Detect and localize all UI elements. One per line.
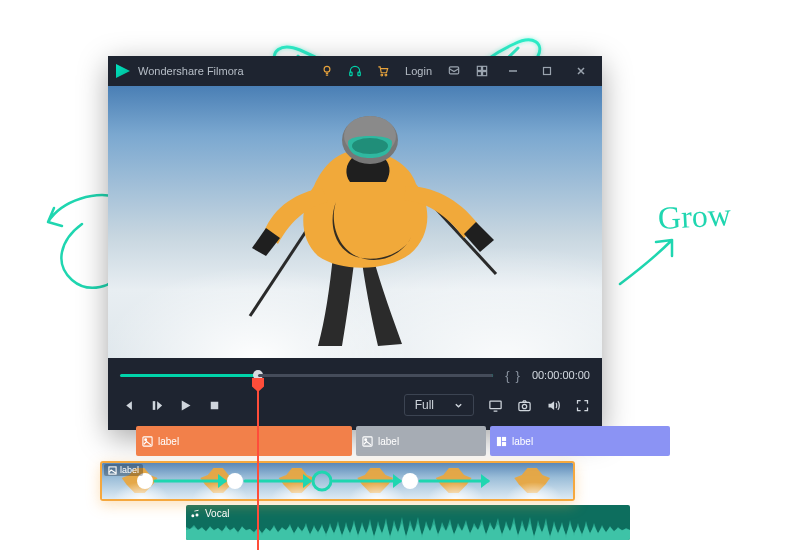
svg-point-22 [145, 438, 147, 440]
mark-in-button[interactable]: { [505, 368, 509, 383]
timeline-video-track[interactable] [100, 461, 575, 501]
svg-rect-25 [497, 436, 501, 445]
image-icon [142, 436, 153, 447]
svg-rect-2 [358, 72, 360, 76]
chevron-down-icon [454, 401, 463, 410]
svg-rect-17 [211, 401, 219, 409]
timeline-clips-row: label label label [136, 426, 676, 460]
arrow-doodle-right [614, 232, 684, 292]
fullscreen-button[interactable] [575, 398, 590, 413]
svg-rect-27 [502, 441, 506, 445]
svg-point-0 [324, 66, 330, 72]
svg-point-24 [365, 438, 367, 440]
preview-viewport [108, 86, 602, 358]
cart-icon[interactable] [373, 61, 393, 81]
svg-rect-5 [449, 67, 458, 74]
mark-out-button[interactable]: } [516, 368, 520, 383]
headphones-icon[interactable] [345, 61, 365, 81]
svg-rect-6 [477, 66, 481, 70]
app-logo-icon [116, 64, 130, 78]
svg-rect-9 [483, 72, 487, 76]
quality-select[interactable]: Full [404, 394, 474, 416]
play-button[interactable] [178, 398, 193, 413]
svg-rect-18 [490, 401, 501, 409]
clip-label: label [512, 436, 533, 447]
grow-label: Grow [657, 196, 732, 237]
svg-rect-26 [502, 436, 506, 440]
svg-rect-19 [519, 402, 530, 410]
image-icon [362, 436, 373, 447]
snapshot-button[interactable] [517, 398, 532, 413]
timeline-clip[interactable]: label [356, 426, 486, 456]
timeline-audio-track[interactable]: Vocal [186, 505, 630, 540]
music-icon [191, 509, 201, 519]
volume-button[interactable] [546, 398, 561, 413]
waveform [186, 505, 630, 540]
svg-rect-8 [477, 72, 481, 76]
player-controls: { } 00:00:00:00 [108, 358, 602, 430]
clip-label: label [158, 436, 179, 447]
lightbulb-icon[interactable] [317, 61, 337, 81]
image-icon [108, 466, 117, 475]
quality-label: Full [415, 398, 434, 412]
progress-bar[interactable] [120, 374, 493, 377]
grid-icon[interactable] [472, 61, 492, 81]
svg-point-15 [352, 138, 388, 154]
video-strip-label: label [104, 464, 143, 476]
window-close-button[interactable] [568, 59, 594, 83]
prev-frame-button[interactable] [120, 398, 135, 413]
app-window: Wondershare Filmora Login [108, 56, 602, 430]
window-minimize-button[interactable] [500, 59, 526, 83]
svg-rect-1 [350, 72, 352, 76]
layout-icon [496, 436, 507, 447]
timeline-clip[interactable]: label [136, 426, 352, 456]
svg-rect-10 [544, 68, 551, 75]
clip-label: label [378, 436, 399, 447]
login-link[interactable]: Login [401, 65, 436, 77]
svg-rect-7 [483, 66, 487, 70]
svg-point-20 [522, 404, 526, 408]
timeline-playhead[interactable] [257, 388, 259, 550]
timeline-clip[interactable]: label [490, 426, 670, 456]
timecode-display: 00:00:00:00 [532, 369, 590, 381]
titlebar: Wondershare Filmora Login [108, 56, 602, 86]
svg-rect-16 [153, 401, 156, 410]
svg-point-3 [381, 74, 383, 76]
preview-content [180, 106, 530, 356]
stop-button[interactable] [207, 398, 222, 413]
play-pause-button[interactable] [149, 398, 164, 413]
display-toggle-button[interactable] [488, 398, 503, 413]
window-maximize-button[interactable] [534, 59, 560, 83]
svg-point-4 [385, 74, 387, 76]
app-title: Wondershare Filmora [138, 65, 244, 77]
audio-track-label: Vocal [205, 508, 229, 519]
message-icon[interactable] [444, 61, 464, 81]
